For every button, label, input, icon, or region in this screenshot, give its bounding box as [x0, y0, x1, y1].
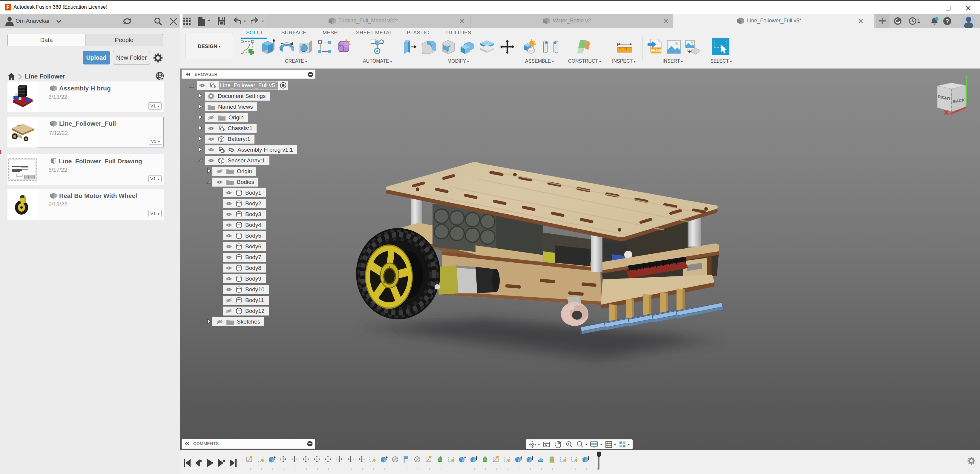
svg-text:?: ? — [946, 18, 949, 24]
svg-text:SVG: SVG — [655, 49, 662, 53]
